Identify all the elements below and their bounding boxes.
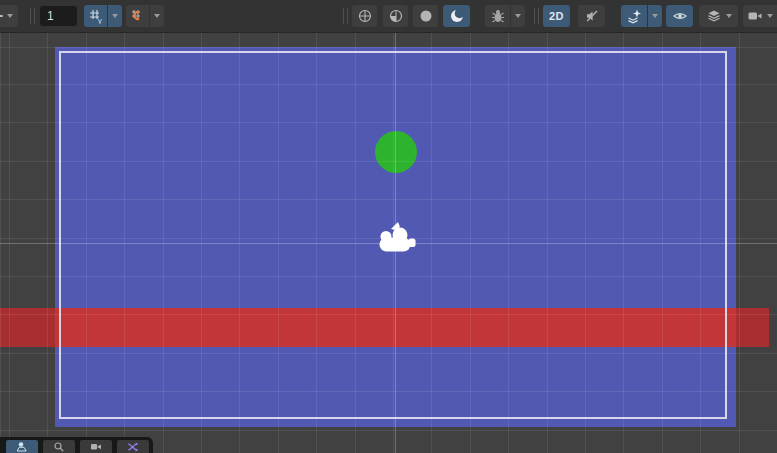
scene-visibility-button[interactable] <box>666 5 693 27</box>
debug-dropdown[interactable] <box>511 5 525 27</box>
scene-camera-button[interactable] <box>743 5 777 27</box>
camera-view-tab[interactable] <box>80 440 112 453</box>
grid-size-input[interactable] <box>40 6 77 26</box>
crosshair-sphere-icon <box>357 8 373 24</box>
sparkle-star-icon <box>626 8 642 24</box>
layers-button[interactable] <box>699 5 738 27</box>
chevron-down-icon <box>7 14 13 18</box>
muted-speaker-icon <box>584 8 600 24</box>
red-bar-outside-camera-right <box>736 308 769 347</box>
filled-sphere-icon <box>418 8 434 24</box>
overflow-dropdown-button[interactable] <box>0 5 18 27</box>
scene-view-window: y <box>0 0 777 453</box>
search-icon <box>53 441 65 453</box>
gizmo-filled-button[interactable] <box>413 5 438 27</box>
bottom-dock-tabbar <box>0 437 153 453</box>
video-camera-icon <box>747 8 763 24</box>
chevron-down-icon <box>767 14 773 18</box>
shuffle-arrows-icon <box>127 441 139 453</box>
toolbar-separator <box>343 8 348 24</box>
grid-snap-y-button[interactable]: y <box>84 5 107 27</box>
audio-mute-button[interactable] <box>578 5 605 27</box>
chevron-down-icon <box>726 14 732 18</box>
bug-icon <box>490 8 506 24</box>
chevron-down-icon <box>112 14 118 18</box>
green-circle-sprite[interactable] <box>375 131 417 173</box>
eye-icon <box>672 8 688 24</box>
video-camera-icon <box>90 441 102 453</box>
chevron-down-icon <box>515 14 521 18</box>
scene-icon <box>16 441 28 453</box>
gizmo-crescent-button[interactable] <box>443 5 470 27</box>
grid-snap-increment-button[interactable] <box>126 5 149 27</box>
mode-2d-label: 2D <box>549 10 564 22</box>
scene-toolbar: y <box>0 0 777 33</box>
mode-2d-button[interactable]: 2D <box>543 5 570 27</box>
shuffle-tab[interactable] <box>117 440 149 453</box>
crescent-moon-icon <box>449 8 465 24</box>
grid-snap-y-dropdown[interactable] <box>108 5 122 27</box>
layers-icon <box>706 8 722 24</box>
chevron-down-icon <box>154 14 160 18</box>
scene-viewport[interactable] <box>0 32 777 453</box>
gizmo-quarter-button[interactable] <box>383 5 408 27</box>
toolbar-separator <box>534 8 539 24</box>
submarine-sprite[interactable] <box>377 219 417 253</box>
dash-icon <box>0 15 3 17</box>
grid-y-icon: y <box>88 8 104 24</box>
grid-snap-increment-dropdown[interactable] <box>150 5 164 27</box>
search-tab[interactable] <box>43 440 75 453</box>
effects-button[interactable] <box>621 5 647 27</box>
effects-dropdown[interactable] <box>648 5 662 27</box>
svg-text:y: y <box>98 16 102 25</box>
chevron-down-icon <box>652 14 658 18</box>
toolbar-separator <box>30 8 35 24</box>
quarter-sphere-icon <box>388 8 404 24</box>
gizmo-crosshair-button[interactable] <box>352 5 377 27</box>
grid-magnet-icon <box>130 8 146 24</box>
red-bar-outside-camera-left <box>0 308 55 347</box>
debug-button[interactable] <box>485 5 510 27</box>
scene-view-tab[interactable] <box>6 440 38 453</box>
